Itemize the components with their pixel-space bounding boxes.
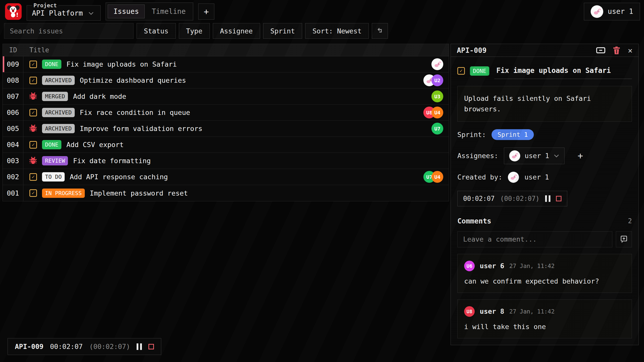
- detail-title-input[interactable]: Fix image uploads on Safari: [494, 66, 632, 79]
- undo-button[interactable]: [372, 23, 388, 39]
- created-by-label: Created by:: [457, 173, 502, 181]
- new-tab-button[interactable]: +: [198, 4, 214, 20]
- issue-detail-panel: API-009 ✕: [451, 44, 639, 345]
- assignee-avatars: [431, 58, 445, 70]
- checkbox-icon[interactable]: [29, 109, 37, 116]
- pause-timer-button[interactable]: [137, 343, 142, 350]
- filter-status-button[interactable]: Status: [137, 23, 176, 39]
- column-header-title: Title: [23, 46, 49, 54]
- top-bar: Project API Platform Issues Timeline + u…: [0, 0, 644, 23]
- mew-avatar-icon: [511, 152, 519, 160]
- assignee-avatar: [509, 150, 520, 161]
- comment-text: i will take this one: [464, 323, 625, 331]
- user-avatar: [591, 5, 603, 18]
- table-row[interactable]: 003 REVIEWFix date formatting: [3, 153, 449, 169]
- issue-title: Improve form validation errors: [80, 125, 203, 132]
- creator-avatar: [508, 172, 519, 183]
- issue-title: Fix image uploads on Safari: [66, 60, 177, 68]
- add-assignee-button[interactable]: +: [578, 151, 583, 161]
- issue-title: Add API response caching: [70, 173, 168, 181]
- copy-link-button[interactable]: [596, 47, 605, 53]
- issue-title: Optimize dashboard queries: [80, 76, 186, 84]
- comment-input[interactable]: [457, 231, 612, 247]
- table-row[interactable]: 002TO DOAdd API response cachingU7U4: [3, 169, 449, 185]
- comments-count: 2: [628, 217, 632, 225]
- status-badge: IN PROGRESS: [42, 189, 85, 198]
- mew-avatar-icon: [592, 7, 601, 16]
- issue-row-main: DONEAdd CSV export: [23, 137, 449, 153]
- floating-timer-total: (00:02:07): [89, 343, 130, 350]
- table-row[interactable]: 008ARCHIVEDOptimize dashboard queries U2: [3, 72, 449, 88]
- issue-id: 006: [3, 105, 23, 120]
- bug-icon: [29, 93, 37, 101]
- assignee-avatars: U8U4: [423, 107, 445, 118]
- issue-id: 003: [3, 153, 23, 169]
- project-label: Project: [32, 2, 58, 9]
- bug-icon: [29, 157, 37, 165]
- column-header-id: ID: [3, 46, 23, 54]
- issue-title: Implement password reset: [90, 189, 188, 197]
- avatar: U4: [431, 171, 443, 183]
- avatar: U2: [431, 74, 443, 86]
- issue-id: 008: [3, 72, 23, 88]
- status-badge: ARCHIVED: [42, 124, 75, 133]
- avatar: U4: [431, 107, 443, 118]
- app-logo-icon: [5, 3, 22, 20]
- sprint-chip[interactable]: Sprint 1: [492, 129, 534, 140]
- checkbox-icon[interactable]: [29, 77, 37, 84]
- checkbox-icon[interactable]: [457, 67, 465, 75]
- delete-issue-button[interactable]: [613, 47, 620, 54]
- sprint-row: Sprint: Sprint 1: [457, 129, 632, 140]
- table-row[interactable]: 009DONEFix image uploads on Safari: [3, 56, 449, 72]
- detail-issue-id: API-009: [457, 46, 588, 55]
- issue-table-body: 009DONEFix image uploads on Safari 008AR…: [3, 56, 449, 201]
- pause-timer-button[interactable]: [545, 195, 550, 202]
- issue-row-main: TO DOAdd API response cachingU7U4: [23, 169, 449, 185]
- filter-assignee-button[interactable]: Assignee: [213, 23, 260, 39]
- checkbox-icon[interactable]: [29, 61, 37, 68]
- comment-input-row: [457, 231, 632, 247]
- chevron-down-icon: [554, 154, 559, 158]
- stop-timer-button[interactable]: [148, 344, 154, 349]
- issue-row-main: ARCHIVEDImprove form validation errorsU7: [23, 121, 449, 137]
- stop-timer-button[interactable]: [556, 196, 561, 201]
- table-row[interactable]: 004DONEAdd CSV export: [3, 137, 449, 153]
- sort-button[interactable]: Sort: Newest: [305, 23, 369, 39]
- issue-row-main: REVIEWFix date formatting: [23, 153, 449, 169]
- table-row[interactable]: 007 MERGEDAdd dark modeU3: [3, 88, 449, 105]
- comment-card: U8user 827 Jan, 11:42i will take this on…: [457, 299, 632, 338]
- issue-title: Fix date formatting: [73, 157, 151, 165]
- tab-issues[interactable]: Issues: [108, 5, 145, 18]
- table-row[interactable]: 006ARCHIVEDFix race condition in queueU8…: [3, 105, 449, 121]
- bug-icon: [29, 157, 37, 165]
- filter-type-button[interactable]: Type: [179, 23, 210, 39]
- add-comment-button[interactable]: [616, 231, 632, 247]
- description-box[interactable]: Upload fails silently on Safari browsers…: [457, 86, 632, 122]
- comment-time: 27 Jan, 11:42: [509, 308, 555, 315]
- checkbox-icon[interactable]: [29, 173, 37, 181]
- close-panel-button[interactable]: ✕: [628, 46, 632, 55]
- table-row[interactable]: 001IN PROGRESSImplement password reset: [3, 185, 449, 201]
- issue-id: 007: [3, 88, 23, 104]
- issue-row-main: ARCHIVEDFix race condition in queueU8U4: [23, 105, 449, 120]
- timer-elapsed: 00:02:07: [463, 195, 495, 202]
- checkbox-icon[interactable]: [29, 189, 37, 197]
- project-selector[interactable]: Project API Platform: [27, 2, 101, 21]
- mew-avatar-icon: [509, 173, 517, 181]
- floating-timer-widget: API-009 00:02:07 (00:02:07): [8, 338, 161, 355]
- assignee-avatars: U7: [431, 123, 445, 134]
- tab-timeline[interactable]: Timeline: [146, 5, 191, 18]
- assignees-row: Assignees: user 1 +: [457, 148, 632, 164]
- issue-timer: 00:02:07 (00:02:07): [457, 191, 567, 206]
- checkbox-icon[interactable]: [29, 141, 37, 149]
- filter-sprint-button[interactable]: Sprint: [263, 23, 302, 39]
- search-input[interactable]: [4, 23, 134, 39]
- table-row[interactable]: 005 ARCHIVEDImprove form validation erro…: [3, 121, 449, 137]
- current-user-chip[interactable]: user 1: [584, 3, 640, 20]
- status-badge: ARCHIVED: [42, 108, 75, 117]
- issue-table: ID Title 009DONEFix image uploads on Saf…: [3, 44, 449, 201]
- avatar: U6: [464, 261, 475, 271]
- assignee-dropdown[interactable]: user 1: [504, 148, 565, 164]
- comment-author: user 8: [480, 307, 504, 315]
- add-comment-icon: [620, 235, 628, 243]
